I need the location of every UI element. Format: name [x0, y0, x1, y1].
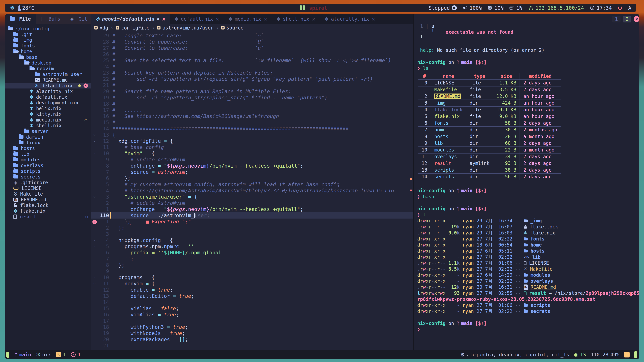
tree-item[interactable]: neovim	[5, 66, 91, 71]
code-line[interactable]: 17	[91, 318, 413, 324]
terminal-tab[interactable]: 2	[623, 16, 631, 22]
tree-item[interactable]: .git	[5, 31, 91, 37]
code-line[interactable]: 22# sed -ri "s/pattern_str/replace_str/g…	[91, 76, 413, 82]
pause-icon[interactable]	[300, 5, 305, 10]
fold-chevron-icon[interactable]: ›	[92, 245, 97, 248]
tree-item[interactable]: overlays	[5, 163, 91, 168]
buffer-tab[interactable]: ✻default.nix×	[170, 14, 224, 24]
code-line[interactable]: 21	[91, 343, 413, 349]
code-line[interactable]: 21#	[91, 82, 413, 88]
code-line-cursor[interactable]: 110 source = ./astronvim_user;	[91, 212, 413, 219]
tree-item[interactable]: darwin	[5, 134, 91, 140]
fold-chevron-icon[interactable]: ›	[92, 140, 97, 142]
code-line[interactable]: 19 withNodeJs = true;	[91, 330, 413, 336]
code-line[interactable]: 14	[91, 299, 413, 305]
tree-item[interactable]: M↓README.md	[5, 197, 91, 202]
code-line[interactable]: 2 };	[91, 225, 413, 231]
code-line[interactable]: 8 };	[91, 262, 413, 268]
fold-chevron-icon[interactable]: ›	[92, 134, 97, 136]
tree-item[interactable]: base	[5, 54, 91, 60]
code-line[interactable]: 17# ......	[91, 107, 413, 113]
buffer-tab[interactable]: ✻media.nix×	[224, 14, 272, 24]
code-line[interactable]: 24#	[91, 63, 413, 70]
code-line[interactable]: 25# Save the selected text to a file: `:…	[91, 57, 413, 63]
code-line[interactable]: 7 source = astronvim;	[91, 169, 413, 175]
fold-chevron-icon[interactable]: ›	[92, 239, 97, 241]
tab-close-icon[interactable]: ×	[371, 16, 375, 22]
code-line[interactable]: 7 '';	[91, 256, 413, 262]
code-line[interactable]: 6 prefix = ''${HOME}/.npm-global	[91, 250, 413, 256]
tree-item[interactable]: ✻shell.nix	[5, 123, 91, 128]
code-line[interactable]: ×1 }; ■ Expecting ";"	[91, 219, 413, 225]
tree-item[interactable]: fonts	[5, 43, 91, 49]
git-branch-status[interactable]: ᛘ main	[14, 352, 31, 358]
code-line[interactable]: 15 viAlias = false;	[91, 305, 413, 312]
code-line[interactable]: ›3 "astronvim/lua/user" = {	[91, 194, 413, 200]
terminal-tab[interactable]: 1	[612, 16, 620, 22]
cpu-widget[interactable]: 10%	[487, 5, 504, 11]
tab-close-icon[interactable]: ×	[162, 16, 166, 22]
fold-chevron-icon[interactable]: ›	[92, 152, 97, 155]
code-line[interactable]: ›10 programs = {	[91, 274, 413, 281]
code-line[interactable]: 23# Search key pattern and Replace in Mu…	[91, 70, 413, 76]
code-line[interactable]: 2 # update AstroNvim	[91, 200, 413, 206]
code-line[interactable]: 3	[91, 231, 413, 237]
code-line[interactable]: 4 # https://github.com/AstroNvim/AstroNv…	[91, 188, 413, 194]
code-line[interactable]: 13 defaultEditor = true;	[91, 293, 413, 299]
code-line[interactable]: 20 extraPackages = [];	[91, 336, 413, 343]
sidebar-tab-file[interactable]: File	[5, 14, 36, 24]
sidebar-tab-git[interactable]: ◈Git	[66, 14, 92, 24]
code-line[interactable]: 27# Convert to lowercase: `u`	[91, 45, 413, 51]
power-button[interactable]	[618, 5, 622, 10]
buffer-tab[interactable]: ✻alacritty.nix×	[320, 14, 380, 24]
code-line[interactable]: 28# Convert to uppercase: `U`	[91, 39, 413, 45]
code-line[interactable]: ›10 "nvim" = {	[91, 150, 413, 157]
tree-item[interactable]: ◈.gitignore	[5, 180, 91, 185]
code-line[interactable]: ›11 neovim = {	[91, 281, 413, 287]
code-line[interactable]: 1 onChange = "${pkgs.neovim}/bin/nvim --…	[91, 206, 413, 212]
tree-item[interactable]: ✻default.nix	[5, 94, 91, 100]
tree-item[interactable]: result○	[5, 214, 91, 220]
breadcrumb-item[interactable]: xdg	[94, 25, 108, 31]
code-line[interactable]: 20# Search file name pattern and Replace…	[91, 88, 413, 94]
network-widget[interactable]: 192.168.5.100/24	[528, 5, 584, 11]
tree-item[interactable]: ✻kitty.nix	[5, 111, 91, 117]
code-line[interactable]: 29# Toggle text's case: `~`	[91, 32, 413, 39]
tree-item[interactable]: _img	[5, 37, 91, 43]
code-line[interactable]: 16 vimAlias = true;	[91, 312, 413, 318]
tree-item[interactable]: ✻flake.nix	[5, 208, 91, 214]
terminal-window[interactable]: 12× 1 | a · ╰── executable was not found…	[413, 14, 639, 350]
code-line[interactable]: 15#	[91, 119, 413, 125]
fold-chevron-icon[interactable]: ›	[92, 196, 97, 198]
tree-item[interactable]: desktop	[5, 60, 91, 66]
tree-item[interactable]: ✻helix.nix	[5, 106, 91, 111]
sidebar-tab-bufs[interactable]: Bufs	[36, 14, 66, 24]
nixos-logo-icon[interactable]: ❄	[10, 4, 15, 11]
code-line[interactable]: ›5 programs.npm.npmrc = ''	[91, 243, 413, 250]
modified-count[interactable]: ✎ 1	[56, 352, 66, 358]
keyboard-layout[interactable]: A	[628, 5, 631, 11]
code-line[interactable]: 18#	[91, 101, 413, 107]
tree-item[interactable]: M↓README.md	[5, 77, 91, 83]
error-count[interactable]: × 1	[71, 352, 80, 358]
code-line[interactable]: 22 # currently we use lazy.nvim as neovi…	[91, 349, 413, 350]
tree-item[interactable]: ✻media.nix⚠	[5, 117, 91, 123]
code-editor[interactable]: 29# Toggle text's case: `~`28# Convert t…	[91, 32, 413, 350]
memory-widget[interactable]: 1%	[509, 5, 522, 11]
tree-item[interactable]: home	[5, 49, 91, 54]
terminal-close-button[interactable]: ×	[634, 16, 639, 22]
buffer-tab[interactable]: ✻shell.nix×	[272, 14, 320, 24]
code-line[interactable]: 16# See https://astronvim.com/Basic%20Us…	[91, 113, 413, 119]
tree-item[interactable]: ♉Makefile	[5, 191, 91, 197]
breadcrumb-item[interactable]: astronvim/lua/user	[157, 25, 213, 31]
code-line[interactable]: 9 # update AstroNvim	[91, 157, 413, 163]
tree-item[interactable]: scripts	[5, 168, 91, 174]
tree-item[interactable]: modules	[5, 157, 91, 163]
fold-chevron-icon[interactable]: ›	[92, 276, 97, 279]
code-line[interactable]: 26#	[91, 51, 413, 57]
lsp-servers[interactable]: ⚙ alejandra, deadnix, copilot, nil_ls	[460, 352, 569, 358]
volume-widget[interactable]: 100%	[462, 5, 482, 11]
fold-chevron-icon[interactable]: ›	[92, 282, 97, 285]
code-line[interactable]: ›13{	[91, 132, 413, 138]
code-line[interactable]: 8 onChange = "${pkgs.neovim}/bin/nvim --…	[91, 163, 413, 169]
